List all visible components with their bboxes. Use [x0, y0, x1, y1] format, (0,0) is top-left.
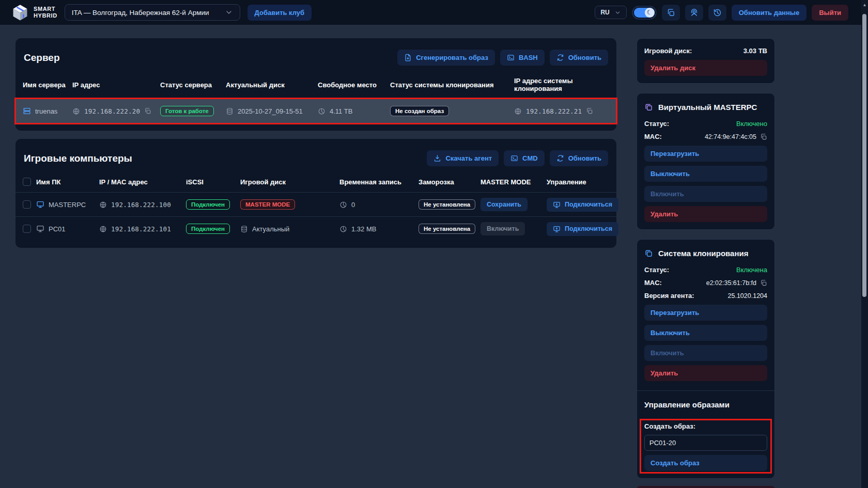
- server-panel-title: Сервер: [24, 52, 60, 64]
- create-image-group: Создать образ: Создать образ: [644, 422, 767, 471]
- history-icon: [713, 8, 722, 17]
- row-checkbox[interactable]: [23, 225, 31, 233]
- clone-ip: 192.168.222.21: [526, 107, 582, 115]
- iscsi-status-badge: Подключен: [186, 199, 230, 210]
- gauge-icon: [339, 225, 347, 233]
- connect-button[interactable]: Подключиться: [547, 198, 618, 212]
- server-table-header: Имя сервера IP адрес Статус сервера Акту…: [16, 68, 616, 99]
- row-checkbox[interactable]: [23, 200, 31, 209]
- game-disk-value: 3.03 TB: [743, 47, 767, 55]
- refresh-data-button[interactable]: Обновить данные: [732, 5, 807, 21]
- freeze-badge: Не установлена: [419, 199, 475, 210]
- vm-reboot-button[interactable]: Перезагрузить: [644, 146, 767, 162]
- copy-icon[interactable]: [144, 107, 151, 115]
- clone-card-title: Система клонирования: [658, 249, 749, 258]
- temp-write-value: 1.32 MB: [351, 225, 376, 233]
- vm-status-value: Включено: [736, 120, 767, 128]
- server-row[interactable]: truenas 192.168.222.20 Готов к работе 20…: [16, 99, 616, 123]
- gauge-icon: [318, 107, 326, 115]
- bash-button[interactable]: BASH: [500, 50, 545, 66]
- add-club-button[interactable]: Добавить клуб: [247, 5, 312, 21]
- main-column: Сервер Сгенерировать образ BASH Обновить: [16, 38, 616, 488]
- logout-button[interactable]: Выйти: [812, 5, 848, 21]
- table-row-masterpc[interactable]: MASTERPC 192.168.222.100 Подключен MASTE…: [16, 192, 616, 216]
- disk-icon: [226, 107, 234, 115]
- clone-system-icon: [644, 249, 653, 258]
- pc-name: MASTERPC: [49, 201, 86, 209]
- master-mode-save-button[interactable]: Сохранить: [481, 198, 528, 211]
- server-panel: Сервер Сгенерировать образ BASH Обновить: [16, 38, 616, 131]
- clone-system-card: Система клонирования Статус: Включена MA…: [637, 239, 775, 479]
- logo-text: SMART HYBRID: [34, 6, 57, 19]
- copy-icon[interactable]: [586, 107, 593, 115]
- master-mode-enable-button[interactable]: Включить: [481, 222, 525, 235]
- iscsi-status-badge: Подключен: [186, 224, 230, 234]
- server-status-badge: Готов к работе: [160, 106, 214, 116]
- game-disk-label: Игровой диск:: [644, 47, 692, 55]
- table-row-pc01[interactable]: PC01 192.168.222.101 Подключен Актуальны…: [16, 216, 616, 241]
- copy-logs-button[interactable]: [662, 5, 680, 21]
- scrollbar-up-arrow[interactable]: ▲: [861, 0, 868, 7]
- generate-image-button[interactable]: Сгенерировать образ: [397, 50, 495, 66]
- copy-icon[interactable]: [760, 133, 767, 140]
- disconnect-button[interactable]: Отключить от системы: [637, 486, 775, 488]
- vm-poweron-button[interactable]: Включить: [644, 186, 767, 202]
- vm-card-title: Виртуальный MASTERPC: [658, 103, 757, 112]
- vm-shutdown-button[interactable]: Выключить: [644, 166, 767, 182]
- club-selector-value: ITA — Волгоград, Набережная 62-й Армии: [72, 9, 209, 17]
- pc-ip: 192.168.222.100: [111, 201, 171, 209]
- theme-toggle[interactable]: ☾: [632, 6, 657, 20]
- language-selector[interactable]: RU: [595, 6, 626, 19]
- connect-button[interactable]: Подключиться: [547, 222, 618, 236]
- file-plus-icon: [404, 54, 412, 61]
- moon-icon: ☾: [645, 8, 655, 18]
- vm-delete-button[interactable]: Удалить: [644, 206, 767, 222]
- clone-reboot-button[interactable]: Перезагрузить: [644, 305, 767, 321]
- clone-poweron-button[interactable]: Включить: [644, 345, 767, 361]
- page-scrollbar[interactable]: ▲: [861, 0, 868, 488]
- freeze-badge: Не установлена: [419, 224, 475, 234]
- cmd-button[interactable]: CMD: [504, 150, 545, 166]
- pc-ip: 192.168.222.101: [111, 225, 171, 233]
- topbar-right: RU ☾ Обновить данные Выйти: [595, 5, 857, 21]
- club-selector[interactable]: ITA — Волгоград, Набережная 62-й Армии: [65, 4, 240, 21]
- globe-icon: [99, 225, 107, 233]
- monitor-connect-icon: [553, 201, 561, 209]
- clone-mac-value: e2:02:35:61:7b:fd: [706, 279, 756, 287]
- monitor-icon: [36, 225, 44, 233]
- create-image-button[interactable]: Создать образ: [644, 455, 767, 471]
- computers-table-header: Имя ПК IP / MAC адрес iSCSI Игровой диск…: [16, 168, 616, 192]
- pc-name: PC01: [49, 225, 66, 233]
- vm-mac-value: 42:74:9e:47:4c:05: [705, 133, 756, 140]
- game-disk-value: Актуальный: [252, 225, 289, 233]
- copy-icon[interactable]: [760, 279, 767, 287]
- game-disk-card: Игровой диск: 3.03 TB Удалить диск: [637, 38, 775, 84]
- scrollbar-thumb[interactable]: [862, 14, 866, 297]
- computers-panel: Игровые компьютеры Скачать агент CMD Обн…: [16, 139, 616, 248]
- computers-refresh-button[interactable]: Обновить: [550, 150, 608, 166]
- server-ip: 192.168.222.20: [84, 107, 140, 115]
- select-all-checkbox[interactable]: [23, 178, 31, 186]
- download-icon: [433, 154, 441, 162]
- delete-disk-button[interactable]: Удалить диск: [644, 60, 767, 76]
- download-agent-button[interactable]: Скачать агент: [427, 150, 499, 166]
- create-image-label: Создать образ:: [644, 422, 767, 430]
- image-management-title: Управление образами: [644, 400, 767, 409]
- clone-status-value: Включена: [736, 266, 767, 274]
- temp-write-value: 0: [351, 201, 355, 209]
- server-refresh-button[interactable]: Обновить: [550, 50, 608, 66]
- topbar: SMART HYBRID ITA — Волгоград, Набережная…: [0, 0, 868, 25]
- clone-delete-button[interactable]: Удалить: [644, 365, 767, 381]
- support-button[interactable]: [685, 5, 703, 21]
- chevron-down-icon: [225, 8, 233, 17]
- create-image-input[interactable]: [644, 435, 767, 451]
- right-sidebar: Игровой диск: 3.03 TB Удалить диск Вирту…: [637, 38, 775, 488]
- refresh-icon: [556, 154, 564, 162]
- divider: [637, 390, 774, 391]
- actual-disk-value: 2025-10-27_09-15-51: [238, 107, 303, 115]
- history-button[interactable]: [708, 5, 726, 21]
- clone-shutdown-button[interactable]: Выключить: [644, 325, 767, 341]
- gauge-icon: [339, 201, 347, 209]
- globe-icon: [514, 107, 522, 115]
- refresh-icon: [556, 54, 564, 61]
